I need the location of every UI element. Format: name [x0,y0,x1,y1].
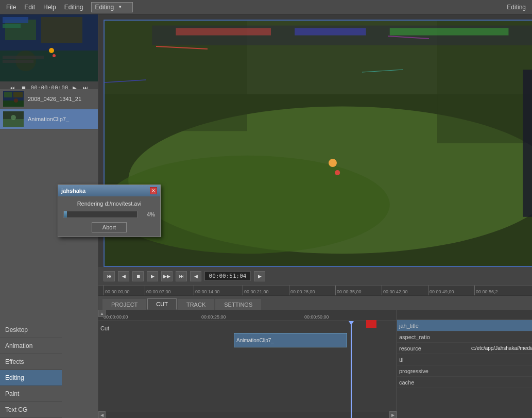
svg-rect-2 [41,17,82,43]
svg-rect-14 [3,101,24,107]
property-row[interactable]: cache 1 [397,377,532,388]
menu-file[interactable]: File [2,2,20,12]
clip-thumb-image-2 [3,111,24,127]
ruler-tick-8: 00:00:56;2 [474,286,498,295]
cut-label: Cut [100,325,109,331]
menu-bar: File Edit Help Editing Editing ▼ Editing [0,0,532,14]
transport-end-button[interactable]: ⏭ [176,271,187,281]
timeline-left: 00:00:00;00 00:00:25;00 00:00:50;00 ▲ Cu… [98,310,397,418]
dropdown-arrow-icon: ▼ [118,5,122,9]
prop-value-ttl: 1 [471,357,532,363]
progress-bar-fill [64,211,67,218]
property-row[interactable]: ttl 1 [397,354,532,365]
tab-cut[interactable]: CUT [147,298,177,310]
transport-stop-button[interactable]: ⏹ [132,271,144,281]
mode-editing-button[interactable]: Editing [0,370,62,386]
abort-button[interactable]: Abort [92,222,127,232]
ruler-tick-5: 00:00:35;00 [335,286,362,295]
list-item[interactable]: 2008_0426_1341_21 [0,89,98,109]
mode-effects-button[interactable]: Effects [0,354,62,370]
bottom-panel: PROJECT CUT TRACK SETTINGS 00:00:00;00 0… [98,295,532,418]
mode-buttons: Desktop Animation Effects Editing Paint … [0,322,62,418]
ruler-tick-1: 00:00:07;00 [145,286,171,295]
property-row[interactable]: progressive 1 [397,365,532,377]
tab-project[interactable]: PROJECT [102,299,146,310]
svg-rect-4 [0,51,98,81]
play-button[interactable]: ▶ [71,85,78,89]
progress-container: 4% [63,211,155,218]
preview-video-content [0,14,98,81]
transport-prev-frame-button[interactable]: ◀ [190,271,201,281]
stop-button[interactable]: ⏹ [20,85,28,89]
dialog-title-text: jahshaka [61,188,85,194]
svg-rect-8 [3,60,33,63]
timeline-scroll-bar[interactable]: ◀ ▶ [98,411,397,418]
svg-rect-13 [13,92,23,97]
tab-settings[interactable]: SETTINGS [215,299,261,310]
prop-value-jah-title: AnimationClip7_ [471,323,532,329]
menu-editing[interactable]: Editing [60,2,88,12]
menu-edit[interactable]: Edit [20,2,39,12]
top-right-workspace-label: Editing [507,4,530,11]
video-frame-svg [105,21,532,266]
svg-point-10 [53,54,56,57]
transport-back-button[interactable]: ◀ [118,271,129,281]
workspace-label: Editing [95,4,114,11]
clip-controls: ⏮ ⏹ 00:00:00;00 ▶ ⏭ [0,81,98,89]
animation-clip-bar[interactable]: AnimationClip7_ [234,333,347,347]
workspace-dropdown[interactable]: Editing ▼ [91,2,133,12]
timeline-nav-left[interactable]: ▲ [98,310,106,317]
property-row[interactable]: jah_title AnimationClip7_ [397,320,532,331]
mode-animation-button[interactable]: Animation [0,338,62,354]
skip-back-button[interactable]: ⏮ [8,85,16,89]
ruler-tick-7: 00:00:49;00 [428,286,454,295]
prop-name-aspect-ratio: aspect_ratio [399,334,471,340]
svg-point-9 [49,48,54,53]
tab-track[interactable]: TRACK [178,299,214,310]
timeline-area: 00:00:00;00 00:00:25;00 00:00:50;00 ▲ Cu… [98,310,532,418]
timeline-scroll-right-arrow[interactable]: ▶ [389,411,397,418]
transport-play-button[interactable]: ▶ [147,271,158,281]
svg-rect-36 [295,28,366,35]
clip-preview-image [0,14,98,81]
prop-name-ttl: ttl [399,357,471,363]
svg-rect-37 [390,28,509,35]
mode-paint-button[interactable]: Paint [0,386,62,402]
dialog-titlebar[interactable]: jahshaka ✕ [58,185,160,196]
prop-name-resource: resource [399,345,471,352]
timecode-display: 00:00:00;00 [31,85,68,89]
properties-panel: jah_title AnimationClip7_ aspect_ratio 1… [397,310,532,418]
svg-rect-35 [176,28,271,35]
tab-bar: PROJECT CUT TRACK SETTINGS [98,295,532,310]
svg-rect-6 [3,24,21,28]
timeline-header: 00:00:00;00 00:00:25;00 00:00:50;00 ▲ [98,310,397,321]
prop-value-aspect-ratio: 1.000000 [471,334,532,340]
menu-help[interactable]: Help [39,2,60,12]
mode-desktop-button[interactable]: Desktop [0,322,62,338]
list-item[interactable]: AnimationClip7_ [0,109,98,129]
property-row[interactable]: resource c:/etc/app/Jahshaka//media/rend… [397,343,532,354]
mode-textcg-button[interactable]: Text CG [0,402,62,418]
svg-rect-31 [523,70,532,217]
svg-rect-12 [4,92,12,97]
skip-forward-button[interactable]: ⏭ [81,85,90,89]
progress-label: 4% [141,211,155,218]
property-row[interactable]: aspect_ratio 1.000000 [397,331,532,343]
progress-bar [63,211,138,218]
dialog-body: Rendering d:/mov/test.avi 4% Abort [58,196,160,237]
transport-rewind-button[interactable]: ⏮ [104,271,115,281]
timeline-scroll-left-arrow[interactable]: ◀ [98,411,106,418]
svg-rect-17 [3,119,24,127]
transport-next-frame-button[interactable]: ▶ [254,271,265,281]
svg-point-15 [14,98,18,103]
dialog-message: Rendering d:/mov/test.avi [63,200,155,207]
properties-header [397,310,532,320]
ruler-tick-4: 00:00:28;00 [289,286,315,295]
transport-controls: ⏮ ◀ ⏹ ▶ ▶▶ ⏭ ◀ 00:00:51;04 ▶ Get Desktop [98,267,532,285]
clip-thumbnail [3,111,24,127]
timeline-playhead[interactable] [351,321,352,418]
transport-fwd-button[interactable]: ▶▶ [161,271,173,281]
dialog-close-button[interactable]: ✕ [150,187,157,194]
prop-name-progressive: progressive [399,368,471,374]
prop-value-cache: 1 [471,379,532,386]
